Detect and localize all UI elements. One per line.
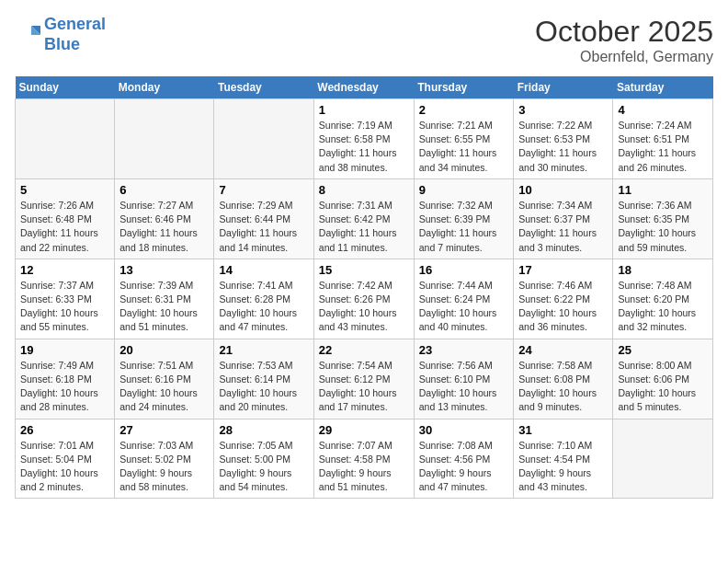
day-info: Sunrise: 7:31 AMSunset: 6:42 PMDaylight:… — [319, 199, 409, 255]
calendar-cell: 7Sunrise: 7:29 AMSunset: 6:44 PMDaylight… — [214, 178, 313, 259]
day-number: 27 — [119, 423, 209, 437]
day-number: 5 — [20, 183, 109, 197]
calendar-cell: 21Sunrise: 7:53 AMSunset: 6:14 PMDayligh… — [214, 339, 313, 419]
day-info: Sunrise: 7:39 AMSunset: 6:31 PMDaylight:… — [119, 279, 209, 335]
calendar-cell: 23Sunrise: 7:56 AMSunset: 6:10 PMDayligh… — [414, 339, 514, 419]
calendar-week-row: 19Sunrise: 7:49 AMSunset: 6:18 PMDayligh… — [16, 339, 713, 419]
day-number: 9 — [419, 183, 509, 197]
day-number: 24 — [518, 343, 608, 357]
day-info: Sunrise: 7:01 AMSunset: 5:04 PMDaylight:… — [20, 439, 109, 495]
calendar-cell: 14Sunrise: 7:41 AMSunset: 6:28 PMDayligh… — [214, 259, 313, 339]
calendar-week-row: 1Sunrise: 7:19 AMSunset: 6:58 PMDaylight… — [16, 99, 713, 179]
day-info: Sunrise: 7:26 AMSunset: 6:48 PMDaylight:… — [20, 199, 109, 255]
day-number: 25 — [618, 343, 708, 357]
col-header-wednesday: Wednesday — [313, 76, 414, 99]
day-number: 10 — [518, 183, 608, 197]
calendar-cell — [214, 99, 313, 179]
calendar-cell: 26Sunrise: 7:01 AMSunset: 5:04 PMDayligh… — [16, 419, 115, 499]
day-info: Sunrise: 7:21 AMSunset: 6:55 PMDaylight:… — [419, 119, 509, 175]
calendar-cell: 15Sunrise: 7:42 AMSunset: 6:26 PMDayligh… — [313, 259, 414, 339]
calendar-cell: 4Sunrise: 7:24 AMSunset: 6:51 PMDaylight… — [613, 99, 713, 179]
day-number: 3 — [518, 103, 608, 117]
location: Obernfeld, Germany — [535, 49, 713, 65]
calendar-cell: 9Sunrise: 7:32 AMSunset: 6:39 PMDaylight… — [414, 178, 514, 259]
day-number: 22 — [319, 343, 409, 357]
day-number: 7 — [219, 183, 308, 197]
calendar-cell: 11Sunrise: 7:36 AMSunset: 6:35 PMDayligh… — [613, 178, 713, 259]
day-number: 26 — [20, 423, 109, 437]
day-info: Sunrise: 7:29 AMSunset: 6:44 PMDaylight:… — [219, 199, 308, 255]
day-number: 2 — [419, 103, 509, 117]
day-info: Sunrise: 8:00 AMSunset: 6:06 PMDaylight:… — [618, 359, 708, 415]
day-info: Sunrise: 7:24 AMSunset: 6:51 PMDaylight:… — [618, 119, 708, 175]
calendar-cell: 18Sunrise: 7:48 AMSunset: 6:20 PMDayligh… — [613, 259, 713, 339]
col-header-saturday: Saturday — [613, 76, 713, 99]
day-number: 15 — [319, 263, 409, 277]
col-header-thursday: Thursday — [414, 76, 514, 99]
day-number: 17 — [518, 263, 608, 277]
day-info: Sunrise: 7:05 AMSunset: 5:00 PMDaylight:… — [219, 439, 308, 495]
day-info: Sunrise: 7:42 AMSunset: 6:26 PMDaylight:… — [319, 279, 409, 335]
col-header-friday: Friday — [514, 76, 613, 99]
day-number: 31 — [518, 423, 608, 437]
calendar-cell: 17Sunrise: 7:46 AMSunset: 6:22 PMDayligh… — [514, 259, 613, 339]
day-info: Sunrise: 7:32 AMSunset: 6:39 PMDaylight:… — [419, 199, 509, 255]
day-number: 6 — [119, 183, 209, 197]
day-info: Sunrise: 7:56 AMSunset: 6:10 PMDaylight:… — [419, 359, 509, 415]
calendar-cell: 27Sunrise: 7:03 AMSunset: 5:02 PMDayligh… — [115, 419, 214, 499]
calendar-cell: 31Sunrise: 7:10 AMSunset: 4:54 PMDayligh… — [514, 419, 613, 499]
day-info: Sunrise: 7:46 AMSunset: 6:22 PMDaylight:… — [518, 279, 608, 335]
day-number: 19 — [20, 343, 109, 357]
day-info: Sunrise: 7:10 AMSunset: 4:54 PMDaylight:… — [518, 439, 608, 495]
day-number: 13 — [119, 263, 209, 277]
day-number: 23 — [419, 343, 509, 357]
day-number: 20 — [119, 343, 209, 357]
day-info: Sunrise: 7:54 AMSunset: 6:12 PMDaylight:… — [319, 359, 409, 415]
logo-blue: Blue — [44, 35, 80, 53]
logo: General Blue — [15, 15, 106, 54]
day-number: 1 — [319, 103, 409, 117]
calendar-cell: 13Sunrise: 7:39 AMSunset: 6:31 PMDayligh… — [115, 259, 214, 339]
title-block: October 2025 Obernfeld, Germany — [535, 15, 713, 65]
col-header-sunday: Sunday — [16, 76, 115, 99]
calendar-cell: 20Sunrise: 7:51 AMSunset: 6:16 PMDayligh… — [115, 339, 214, 419]
calendar-cell: 1Sunrise: 7:19 AMSunset: 6:58 PMDaylight… — [313, 99, 414, 179]
month-title: October 2025 — [535, 15, 713, 49]
calendar-cell: 2Sunrise: 7:21 AMSunset: 6:55 PMDaylight… — [414, 99, 514, 179]
calendar-cell: 12Sunrise: 7:37 AMSunset: 6:33 PMDayligh… — [16, 259, 115, 339]
calendar-cell: 22Sunrise: 7:54 AMSunset: 6:12 PMDayligh… — [313, 339, 414, 419]
calendar-cell: 24Sunrise: 7:58 AMSunset: 6:08 PMDayligh… — [514, 339, 613, 419]
day-number: 28 — [219, 423, 308, 437]
day-number: 8 — [319, 183, 409, 197]
day-number: 12 — [20, 263, 109, 277]
logo-general: General — [44, 15, 106, 33]
calendar-cell: 28Sunrise: 7:05 AMSunset: 5:00 PMDayligh… — [214, 419, 313, 499]
day-info: Sunrise: 7:51 AMSunset: 6:16 PMDaylight:… — [119, 359, 209, 415]
calendar-cell: 25Sunrise: 8:00 AMSunset: 6:06 PMDayligh… — [613, 339, 713, 419]
day-info: Sunrise: 7:36 AMSunset: 6:35 PMDaylight:… — [618, 199, 708, 255]
day-number: 18 — [618, 263, 708, 277]
day-info: Sunrise: 7:03 AMSunset: 5:02 PMDaylight:… — [119, 439, 209, 495]
calendar-week-row: 12Sunrise: 7:37 AMSunset: 6:33 PMDayligh… — [16, 259, 713, 339]
day-info: Sunrise: 7:19 AMSunset: 6:58 PMDaylight:… — [319, 119, 409, 175]
calendar-cell: 29Sunrise: 7:07 AMSunset: 4:58 PMDayligh… — [313, 419, 414, 499]
calendar-cell: 3Sunrise: 7:22 AMSunset: 6:53 PMDaylight… — [514, 99, 613, 179]
day-number: 11 — [618, 183, 708, 197]
day-info: Sunrise: 7:07 AMSunset: 4:58 PMDaylight:… — [319, 439, 409, 495]
calendar-cell — [613, 419, 713, 499]
calendar-cell: 19Sunrise: 7:49 AMSunset: 6:18 PMDayligh… — [16, 339, 115, 419]
day-number: 21 — [219, 343, 308, 357]
col-header-tuesday: Tuesday — [214, 76, 313, 99]
day-info: Sunrise: 7:49 AMSunset: 6:18 PMDaylight:… — [20, 359, 109, 415]
page-header: General Blue October 2025 Obernfeld, Ger… — [15, 15, 713, 65]
day-info: Sunrise: 7:44 AMSunset: 6:24 PMDaylight:… — [419, 279, 509, 335]
calendar-week-row: 26Sunrise: 7:01 AMSunset: 5:04 PMDayligh… — [16, 419, 713, 499]
day-info: Sunrise: 7:58 AMSunset: 6:08 PMDaylight:… — [518, 359, 608, 415]
day-info: Sunrise: 7:27 AMSunset: 6:46 PMDaylight:… — [119, 199, 209, 255]
col-header-monday: Monday — [115, 76, 214, 99]
day-info: Sunrise: 7:37 AMSunset: 6:33 PMDaylight:… — [20, 279, 109, 335]
calendar-cell — [16, 99, 115, 179]
calendar-week-row: 5Sunrise: 7:26 AMSunset: 6:48 PMDaylight… — [16, 178, 713, 259]
day-info: Sunrise: 7:53 AMSunset: 6:14 PMDaylight:… — [219, 359, 308, 415]
day-info: Sunrise: 7:08 AMSunset: 4:56 PMDaylight:… — [419, 439, 509, 495]
